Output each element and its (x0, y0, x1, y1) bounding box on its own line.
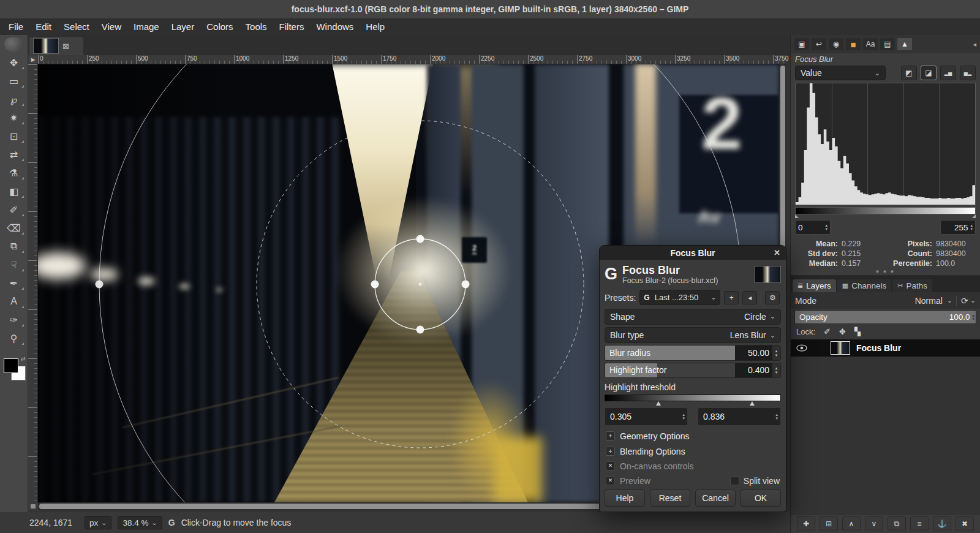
highlight-factor-slider[interactable]: Highlight factor 0.400 ▴▾ (605, 363, 781, 378)
threshold-low-input[interactable]: 0.305 ▴▾ (605, 407, 688, 426)
fonts-tab-icon[interactable]: Aa (863, 38, 878, 50)
paintbrush-tool[interactable]: ✐ (2, 200, 26, 219)
blur-type-dropdown[interactable]: Blur type Lens Blur⌄ (605, 327, 781, 343)
focus-inner-handle-top[interactable] (417, 235, 424, 243)
delete-layer-button[interactable]: ✖ (956, 516, 974, 531)
focus-inner-handle-left[interactable] (371, 281, 379, 289)
tool-presets-tab-icon[interactable]: ▤ (880, 38, 895, 50)
zoom-tool[interactable]: ⚲ (2, 329, 26, 347)
range-low-input[interactable]: 0 ▴▾ (795, 220, 831, 235)
lock-position-icon[interactable]: ✥ (839, 327, 846, 336)
layer-row[interactable]: Focus Blur (791, 339, 980, 357)
threshold-high-input[interactable]: 0.836 ▴▾ (698, 407, 781, 426)
paths-tool[interactable]: ✒ (2, 274, 26, 292)
range-high-marker[interactable] (972, 214, 976, 218)
menu-view[interactable]: View (96, 20, 127, 34)
anchor-layer-button[interactable]: ⚓ (933, 516, 951, 531)
navigation-button[interactable] (28, 502, 38, 510)
ok-button[interactable]: OK (741, 490, 781, 507)
focus-inner-handle-bottom[interactable] (417, 326, 424, 334)
menu-help[interactable]: Help (360, 20, 391, 34)
mode-group-switch[interactable]: ⟳ ⌄ (956, 296, 976, 306)
spinner-arrows-icon[interactable]: ▴▾ (682, 413, 685, 420)
raise-layer-button[interactable]: ∧ (842, 516, 861, 531)
menu-windows[interactable]: Windows (310, 20, 360, 34)
zoom-dropdown[interactable]: 38.4 %⌄ (118, 516, 162, 529)
histogram-tab-icon[interactable]: ▲ (897, 38, 912, 50)
focus-center-handle[interactable] (419, 283, 422, 286)
close-image-icon[interactable]: ⊠ (62, 42, 69, 51)
range-low-marker[interactable] (795, 214, 799, 218)
color-picker-tool[interactable]: ✑ (2, 311, 26, 329)
opacity-slider[interactable]: Opacity 100.0 ▴▾ (794, 310, 976, 324)
duplicate-layer-button[interactable]: ⧉ (888, 516, 906, 531)
image-tab[interactable]: ⊠ (29, 37, 83, 55)
threshold-high-marker[interactable] (750, 401, 755, 406)
blending-options-expander[interactable]: + Blending Options (606, 447, 780, 456)
color-swatches[interactable]: ⇄ (4, 358, 26, 380)
window-titlebar[interactable]: focus-blur.xcf-1.0 (RGB color 8-bit gamm… (0, 0, 980, 19)
mode-dropdown[interactable]: Normal⌄ (915, 296, 952, 306)
manage-presets-button[interactable]: ◂ (742, 291, 757, 304)
expand-range-button[interactable]: ▂▅ (940, 66, 956, 80)
undo-history-tab-icon[interactable]: ↩ (812, 38, 826, 50)
close-icon[interactable]: ✕ (774, 248, 780, 257)
device-status-tab-icon[interactable]: ◉ (829, 38, 843, 50)
on-canvas-controls-checkbox[interactable]: ✕ On-canvas controls (606, 461, 780, 471)
text-tool[interactable]: A (2, 292, 26, 311)
dock-splitter[interactable]: ● ● ● (791, 268, 980, 275)
help-button[interactable]: Help (605, 490, 645, 507)
lock-alpha-icon[interactable]: ▚ (854, 327, 861, 336)
dialog-titlebar[interactable]: Focus Blur ✕ (600, 246, 786, 260)
crop-tool[interactable]: ⊡ (2, 127, 26, 145)
logarithmic-histogram-button[interactable]: ◪ (921, 66, 937, 80)
presets-dropdown[interactable]: G Last ...23:50 ⌄ (639, 290, 720, 305)
free-select-tool[interactable]: ℘ (2, 90, 26, 108)
add-preset-button[interactable]: + (724, 291, 739, 304)
tool-options-tab-icon[interactable]: ▣ (794, 38, 809, 50)
lock-pixels-icon[interactable]: ✐ (824, 327, 831, 336)
preview-checkbox[interactable]: ✕ Preview Split view (606, 476, 780, 486)
tab-paths[interactable]: ✂Paths (892, 279, 932, 292)
eraser-tool[interactable]: ⌫ (2, 219, 26, 237)
menu-layer[interactable]: Layer (165, 20, 201, 34)
spinner-arrows-icon[interactable]: ▴▾ (775, 413, 778, 420)
menu-tools[interactable]: Tools (239, 20, 273, 34)
dock-menu-icon[interactable]: ◂ (973, 40, 976, 48)
reset-button[interactable]: Reset (650, 490, 690, 507)
lower-layer-button[interactable]: ∨ (865, 516, 883, 531)
menu-image[interactable]: Image (127, 20, 165, 34)
new-layer-button[interactable]: ✚ (797, 516, 815, 531)
clone-tool[interactable]: ⧉ (2, 237, 26, 255)
menu-filters[interactable]: Filters (273, 20, 311, 34)
spinner-arrows-icon[interactable]: ▴▾ (772, 363, 780, 377)
spinner-arrows-icon[interactable]: ▴▾ (970, 224, 973, 231)
merge-layer-button[interactable]: ≡ (910, 516, 929, 531)
save-settings-button[interactable]: ⚙ (765, 291, 780, 304)
tab-channels[interactable]: ▦Channels (837, 279, 891, 292)
spinner-arrows-icon[interactable]: ▴▾ (772, 346, 780, 360)
geometry-options-expander[interactable]: + Geometry Options (606, 431, 780, 441)
threshold-low-marker[interactable] (656, 401, 661, 406)
fuzzy-select-tool[interactable]: ✷ (2, 108, 26, 127)
unit-dropdown[interactable]: px⌄ (85, 516, 111, 529)
highlight-factor-value[interactable]: 0.400 (735, 363, 772, 377)
spinner-arrows-icon[interactable]: ▴▾ (825, 224, 827, 231)
colors-tab-icon[interactable]: ■ (846, 38, 861, 50)
tab-layers[interactable]: ≣Layers (793, 279, 836, 292)
linear-histogram-button[interactable]: ◩ (901, 66, 917, 80)
shape-dropdown[interactable]: Shape Circle⌄ (605, 309, 781, 325)
split-view-checkbox[interactable]: Split view (730, 476, 780, 486)
focus-inner-handle-right[interactable] (462, 281, 470, 289)
ruler-origin-button[interactable]: ▶ (29, 56, 37, 63)
shrink-range-button[interactable]: ▅▂ (960, 66, 976, 80)
blur-radius-value[interactable]: 50.00 (735, 346, 772, 360)
focus-outer-handle-left[interactable] (96, 281, 104, 289)
menu-colors[interactable]: Colors (200, 20, 239, 34)
gradient-tool[interactable]: ◧ (2, 182, 26, 200)
menu-file[interactable]: File (2, 20, 29, 34)
menu-edit[interactable]: Edit (29, 20, 58, 34)
swap-colors-icon[interactable]: ⇄ (21, 356, 26, 362)
menu-select[interactable]: Select (58, 20, 96, 34)
range-high-input[interactable]: 255 ▴▾ (940, 220, 976, 235)
